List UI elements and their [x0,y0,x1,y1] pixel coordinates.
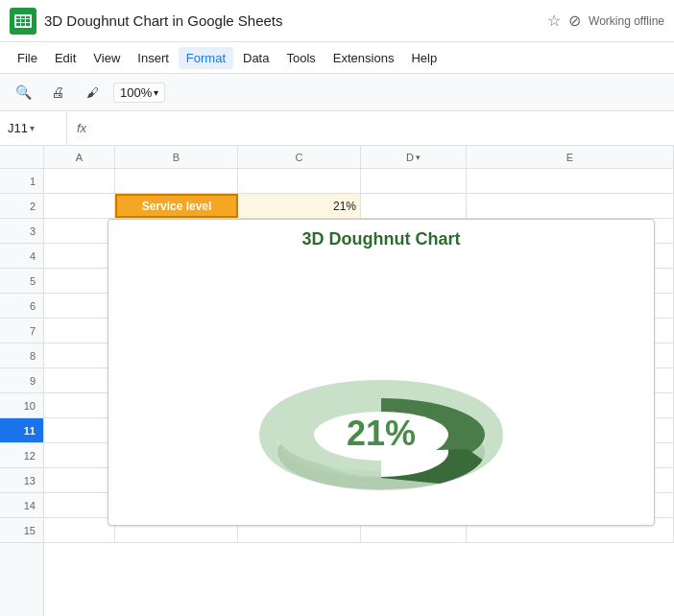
cell-ref-dropdown-icon[interactable]: ▾ [30,123,35,133]
fx-icon: fx [67,121,96,135]
row-2[interactable]: 2 [0,194,43,219]
row-1[interactable]: 1 [0,169,43,194]
title-bar: 3D Doughnut Chart in Google Sheets ☆ ⊘ W… [0,0,674,42]
cell-a10[interactable] [44,393,115,417]
row-numbers: 1 2 3 4 5 6 7 8 9 10 11 12 13 14 15 [0,146,44,616]
menu-file[interactable]: File [10,47,45,69]
offline-text: Working offline [589,14,664,28]
zoom-value: 100% [120,85,152,100]
table-row: Service level 21% [44,194,674,219]
chart-svg-wrapper: 21% [218,257,544,515]
row-7[interactable]: 7 [0,319,43,344]
col-header-b[interactable]: B [115,146,238,168]
row-3[interactable]: 3 [0,219,43,244]
col-header-e[interactable]: E [467,146,674,168]
menu-format[interactable]: Format [179,47,233,69]
chart-title: 3D Doughnut Chart [302,229,461,249]
service-level-value: 21% [333,200,356,213]
col-d-arrow: ▾ [416,153,421,162]
row-6[interactable]: 6 [0,294,43,319]
menu-insert[interactable]: Insert [130,47,177,69]
chart-container: 3D Doughnut Chart [108,219,655,526]
print-icon[interactable]: 🖨 [44,79,71,106]
cell-a5[interactable] [44,269,115,293]
cell-a11[interactable] [44,418,115,442]
row-11[interactable]: 11 [0,418,43,443]
cell-a9[interactable] [44,368,115,392]
cell-reference[interactable]: J11 ▾ [0,111,67,145]
cell-e2[interactable] [467,194,674,218]
cell-a14[interactable] [44,493,115,517]
row-9[interactable]: 9 [0,368,43,393]
cell-a12[interactable] [44,443,115,467]
cell-c2-value[interactable]: 21% [238,194,361,218]
menu-extensions[interactable]: Extensions [325,47,402,69]
menu-help[interactable]: Help [403,47,445,69]
menu-tools[interactable]: Tools [278,47,323,69]
cell-a3[interactable] [44,219,115,243]
cell-a1[interactable] [44,169,115,193]
row-12[interactable]: 12 [0,443,43,468]
row-8[interactable]: 8 [0,344,43,368]
svg-text:21%: 21% [347,414,416,453]
col-header-c[interactable]: C [238,146,361,168]
zoom-dropdown-icon: ▾ [154,87,158,98]
title-icons: ☆ ⊘ Working offline [547,12,664,30]
zoom-control[interactable]: 100% ▾ [113,83,165,103]
col-header-a[interactable]: A [44,146,115,168]
cell-a15[interactable] [44,518,115,542]
row-10[interactable]: 10 [0,393,43,418]
cell-a8[interactable] [44,344,115,367]
cell-a7[interactable] [44,319,115,343]
row-4[interactable]: 4 [0,244,43,269]
paint-format-icon[interactable]: 🖌 [79,79,106,106]
cell-ref-value: J11 [8,121,28,135]
cell-e1[interactable] [467,169,674,193]
search-icon[interactable]: 🔍 [10,79,36,106]
star-icon[interactable]: ☆ [547,12,561,30]
formula-input[interactable] [96,125,674,132]
menu-bar: File Edit View Insert Format Data Tools … [0,42,674,73]
col-headers: A B C D ▾ E [44,146,674,169]
row-14[interactable]: 14 [0,493,43,518]
cell-d1[interactable] [361,169,467,193]
formula-bar: J11 ▾ fx [0,111,674,146]
cell-a6[interactable] [44,294,115,318]
cloud-icon: ⊘ [568,12,581,30]
app-icon [10,8,36,35]
offline-badge: Working offline [589,14,664,28]
menu-edit[interactable]: Edit [47,47,84,69]
row-15[interactable]: 15 [0,518,43,543]
cell-c1[interactable] [238,169,361,193]
service-level-label: Service level [142,200,212,213]
document-title: 3D Doughnut Chart in Google Sheets [44,12,547,29]
cell-d2[interactable] [361,194,467,218]
table-row [44,169,674,194]
row-5[interactable]: 5 [0,269,43,294]
cell-a13[interactable] [44,468,115,492]
toolbar: 🔍 🖨 🖌 100% ▾ [0,73,674,111]
cell-b1[interactable] [115,169,238,193]
doughnut-chart-svg: 21% [218,267,544,507]
cell-b2-service-level[interactable]: Service level [115,194,238,218]
row-13[interactable]: 13 [0,468,43,493]
row-num-corner [0,146,43,169]
menu-view[interactable]: View [85,47,128,69]
menu-data[interactable]: Data [235,47,277,69]
col-header-d[interactable]: D ▾ [361,146,467,168]
cell-a2[interactable] [44,194,115,218]
cell-a4[interactable] [44,244,115,268]
